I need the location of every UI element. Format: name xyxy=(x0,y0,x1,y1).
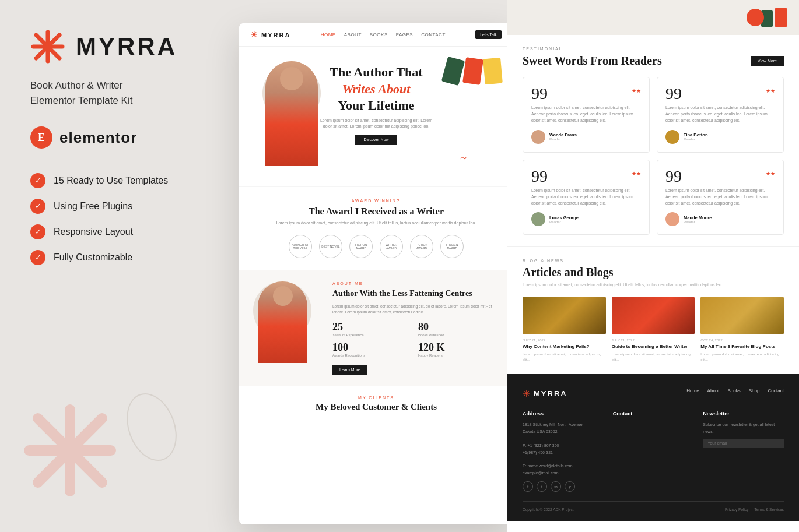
learn-more-button[interactable]: Learn More xyxy=(332,365,367,375)
site-nav-home[interactable]: HOME xyxy=(321,32,336,37)
testimonial-card-3: 99 ★★ Lorem ipsum dolor sit amet, consec… xyxy=(523,160,650,235)
book-deco-2 xyxy=(775,8,787,27)
blog-image-3 xyxy=(700,297,784,334)
hero-section: The Author That Writes About Your Lifeti… xyxy=(239,47,513,186)
about-figure xyxy=(258,281,307,363)
feature-item-2: ✓ Using Free Plugins xyxy=(30,199,215,214)
blog-post-title-1[interactable]: Why Content Marketing Fails? xyxy=(523,344,606,350)
newsletter-input[interactable] xyxy=(703,439,784,448)
check-icon-1: ✓ xyxy=(30,173,45,188)
blog-post-title-2[interactable]: Guide to Becoming a Better Writer xyxy=(612,344,695,350)
footer-address-text: 1818 Stickney Mill, North Avenue Dakota … xyxy=(523,421,604,477)
blog-section: BLOG & NEWS Articles and Blogs Lorem ips… xyxy=(507,246,799,374)
quote-mark-1: 99 xyxy=(531,86,641,102)
award-badge-3: FICTION AWARD xyxy=(349,235,373,258)
hero-cta-button[interactable]: Discover Now xyxy=(355,135,397,145)
blog-post-desc-3: Lorem ipsum dolor sit amet, consectetur … xyxy=(700,352,784,362)
author-role-4: Reader xyxy=(684,220,712,224)
blog-post-desc-1: Lorem ipsum dolor sit amet, consectetur … xyxy=(523,352,606,362)
footer-newsletter-text: Subscribe our newsletter & get all lates… xyxy=(703,421,784,435)
blog-card-3: OCT 24, 2022 My All Time 3 Favorite Blog… xyxy=(700,297,784,362)
testimonial-author-4: Maude Moore Reader xyxy=(665,212,775,226)
testimonial-title: Sweet Words From Readers xyxy=(523,54,662,68)
brand-name: MYRRA xyxy=(76,33,177,61)
privacy-policy-link[interactable]: Privacy Policy xyxy=(725,508,748,512)
footer-bottom: Copyright © 2022 ADK Project Privacy Pol… xyxy=(523,501,784,512)
blog-date-1: JULY 21, 2022 xyxy=(523,339,606,342)
view-more-button[interactable]: View More xyxy=(751,56,784,66)
deco-asterisk-bottom-icon xyxy=(23,404,117,497)
blog-date-2: JULY 21, 2022 xyxy=(612,339,695,342)
quote-mark-3: 99 xyxy=(531,168,641,185)
awards-description: Lorem ipsum dolor sit amet, consectetur … xyxy=(253,220,499,227)
award-badge-2: BEST NOVEL xyxy=(319,235,342,258)
site-nav-about[interactable]: ABOUT xyxy=(344,32,362,37)
stat-awards: 100 Awards Recognitions xyxy=(332,341,413,357)
person-head xyxy=(280,67,303,90)
author-name-2: Tina Botton xyxy=(684,132,708,138)
elementor-badge: E elementor xyxy=(30,126,215,149)
stars-4: ★★ xyxy=(766,171,775,177)
stat-number-1: 25 xyxy=(332,321,413,333)
footer-col-newsletter: Newsletter Subscribe our newsletter & ge… xyxy=(703,411,784,492)
footer-col-contact: Contact xyxy=(613,411,694,492)
about-person-image xyxy=(253,281,323,375)
footer-nav-shop[interactable]: Shop xyxy=(749,388,760,399)
feature-label-1: 15 Ready to Use Templates xyxy=(54,175,168,186)
about-section: ABOUT ME Author With the Less Fattening … xyxy=(239,270,513,387)
footer-nav-about[interactable]: About xyxy=(707,388,720,399)
blog-image-2 xyxy=(612,297,695,334)
footer-nav-home[interactable]: Home xyxy=(686,388,699,399)
author-role-3: Reader xyxy=(549,220,579,224)
blog-grid: JULY 21, 2022 Why Content Marketing Fail… xyxy=(523,297,784,362)
feature-label-4: Fully Customizable xyxy=(54,252,132,263)
site-logo-text: MYRRA xyxy=(261,31,290,38)
author-info-1: Wanda Frans Reader xyxy=(549,132,577,141)
features-list: ✓ 15 Ready to Use Templates ✓ Using Free… xyxy=(30,173,215,265)
award-badge-1: AUTHOR OF THE YEAR xyxy=(289,235,312,258)
site-nav-contact[interactable]: CONTACT xyxy=(421,32,446,37)
logo-area: MYRRA xyxy=(30,29,215,64)
right-preview: TESTIMONIAL Sweet Words From Readers Vie… xyxy=(507,0,799,532)
terms-link[interactable]: Terms & Services xyxy=(754,508,784,512)
author-name-3: Lucas George xyxy=(549,215,579,220)
site-nav-pages[interactable]: PAGES xyxy=(396,32,413,37)
instagram-icon[interactable]: in xyxy=(551,481,561,492)
stat-experience: 25 Years of Experience xyxy=(332,321,413,337)
footer-columns: Address 1818 Stickney Mill, North Avenue… xyxy=(523,411,784,492)
awards-row: AUTHOR OF THE YEAR BEST NOVEL FICTION AW… xyxy=(253,235,499,258)
stat-number-2: 80 xyxy=(418,321,499,333)
stars-1: ★★ xyxy=(632,88,641,94)
feature-item-3: ✓ Responsive Layout xyxy=(30,224,215,239)
check-icon-4: ✓ xyxy=(30,250,45,265)
stat-label-1: Years of Experience xyxy=(332,333,413,337)
site-nav-books[interactable]: BOOKS xyxy=(370,32,388,37)
award-badge-5: FICTION AWARD xyxy=(410,235,433,258)
testimonial-card-1: 99 ★★ Lorem ipsum dolor sit amet, consec… xyxy=(523,77,650,153)
hero-line2: Writes About xyxy=(342,82,411,96)
stat-label-3: Awards Recognitions xyxy=(332,354,413,357)
testimonial-card-2: 99 ★★ Lorem ipsum dolor sit amet, consec… xyxy=(657,77,784,153)
footer-newsletter-title: Newsletter xyxy=(703,411,784,417)
blog-image-1 xyxy=(523,297,606,334)
stat-label-2: Books Published xyxy=(418,333,499,337)
hero-person-image xyxy=(257,52,327,169)
about-content: ABOUT ME Author With the Less Fattening … xyxy=(332,281,499,375)
facebook-icon[interactable]: f xyxy=(523,481,533,492)
hero-line1: The Author That xyxy=(330,65,422,79)
twitter-icon[interactable]: t xyxy=(537,481,547,492)
footer-nav-contact[interactable]: Contact xyxy=(768,388,784,399)
footer-nav-books[interactable]: Books xyxy=(728,388,741,399)
youtube-icon[interactable]: y xyxy=(565,481,575,492)
site-nav-cta[interactable]: Let's Talk xyxy=(475,30,502,39)
feature-label-3: Responsive Layout xyxy=(54,227,133,237)
testimonials-grid: 99 ★★ Lorem ipsum dolor sit amet, consec… xyxy=(523,77,784,235)
blog-date-3: OCT 24, 2022 xyxy=(700,339,784,342)
about-circle-bg xyxy=(253,281,311,340)
feature-label-2: Using Free Plugins xyxy=(54,201,132,212)
tagline-line2: Elementor Template Kit xyxy=(30,95,132,106)
testimonial-text-2: Lorem ipsum dolor sit amet, consectetur … xyxy=(665,104,775,124)
footer-logo: ✳ MYRRA xyxy=(523,388,567,399)
blog-post-title-3[interactable]: My All Time 3 Favorite Blog Posts xyxy=(700,344,784,350)
orange-blob-deco xyxy=(747,9,764,26)
